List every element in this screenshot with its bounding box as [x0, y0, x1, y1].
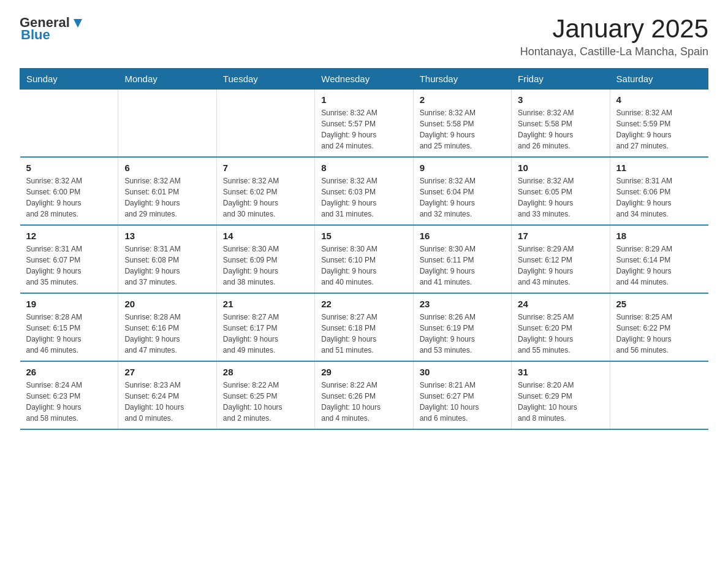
- calendar-cell: 9Sunrise: 8:32 AMSunset: 6:04 PMDaylight…: [413, 157, 511, 225]
- logo-triangle-icon: [71, 17, 85, 30]
- day-number: 28: [223, 367, 308, 377]
- day-number: 16: [420, 231, 505, 241]
- day-number: 6: [124, 163, 210, 173]
- calendar-cell: 6Sunrise: 8:32 AMSunset: 6:01 PMDaylight…: [118, 157, 216, 225]
- day-info: Sunrise: 8:32 AMSunset: 6:04 PMDaylight:…: [420, 175, 505, 220]
- calendar-week-row: 26Sunrise: 8:24 AMSunset: 6:23 PMDayligh…: [20, 361, 708, 429]
- page-header: General Blue January 2025 Hontanaya, Cas…: [20, 15, 708, 58]
- calendar-cell: 8Sunrise: 8:32 AMSunset: 6:03 PMDaylight…: [315, 157, 413, 225]
- day-info: Sunrise: 8:20 AMSunset: 6:29 PMDaylight:…: [518, 380, 603, 424]
- day-number: 4: [616, 94, 702, 105]
- day-info: Sunrise: 8:27 AMSunset: 6:17 PMDaylight:…: [223, 312, 308, 356]
- calendar-cell: 12Sunrise: 8:31 AMSunset: 6:07 PMDayligh…: [20, 225, 118, 293]
- day-number: 12: [26, 231, 112, 241]
- calendar-cell: 24Sunrise: 8:25 AMSunset: 6:20 PMDayligh…: [512, 293, 610, 361]
- day-info: Sunrise: 8:27 AMSunset: 6:18 PMDaylight:…: [321, 312, 406, 356]
- day-info: Sunrise: 8:30 AMSunset: 6:11 PMDaylight:…: [420, 243, 505, 288]
- calendar-week-row: 5Sunrise: 8:32 AMSunset: 6:00 PMDaylight…: [20, 157, 708, 225]
- calendar-cell: 19Sunrise: 8:28 AMSunset: 6:15 PMDayligh…: [20, 293, 118, 361]
- day-info: Sunrise: 8:23 AMSunset: 6:24 PMDaylight:…: [124, 380, 210, 424]
- day-info: Sunrise: 8:32 AMSunset: 6:01 PMDaylight:…: [124, 175, 210, 220]
- day-info: Sunrise: 8:31 AMSunset: 6:08 PMDaylight:…: [124, 243, 210, 288]
- calendar-cell: 10Sunrise: 8:32 AMSunset: 6:05 PMDayligh…: [512, 157, 610, 225]
- month-title: January 2025: [520, 15, 708, 43]
- day-number: 18: [616, 231, 702, 241]
- calendar-cell: [610, 361, 708, 429]
- day-number: 25: [616, 299, 702, 309]
- day-info: Sunrise: 8:29 AMSunset: 6:14 PMDaylight:…: [616, 243, 702, 288]
- weekday-header-thursday: Thursday: [413, 69, 511, 90]
- day-info: Sunrise: 8:32 AMSunset: 5:58 PMDaylight:…: [420, 107, 505, 151]
- calendar-cell: 17Sunrise: 8:29 AMSunset: 6:12 PMDayligh…: [512, 225, 610, 293]
- day-number: 10: [518, 163, 603, 173]
- day-number: 7: [223, 163, 308, 173]
- calendar-cell: 20Sunrise: 8:28 AMSunset: 6:16 PMDayligh…: [118, 293, 216, 361]
- day-number: 15: [321, 231, 406, 241]
- day-number: 17: [518, 231, 603, 241]
- day-info: Sunrise: 8:28 AMSunset: 6:15 PMDaylight:…: [26, 312, 112, 356]
- day-number: 27: [124, 367, 210, 377]
- calendar-cell: [20, 90, 118, 158]
- day-info: Sunrise: 8:30 AMSunset: 6:09 PMDaylight:…: [223, 243, 308, 288]
- weekday-header-friday: Friday: [512, 69, 610, 90]
- calendar-cell: 3Sunrise: 8:32 AMSunset: 5:58 PMDaylight…: [512, 90, 610, 158]
- day-number: 2: [420, 94, 505, 105]
- day-number: 19: [26, 299, 112, 309]
- calendar-table: SundayMondayTuesdayWednesdayThursdayFrid…: [20, 68, 708, 430]
- day-info: Sunrise: 8:29 AMSunset: 6:12 PMDaylight:…: [518, 243, 603, 288]
- calendar-cell: 2Sunrise: 8:32 AMSunset: 5:58 PMDaylight…: [413, 90, 511, 158]
- calendar-cell: 31Sunrise: 8:20 AMSunset: 6:29 PMDayligh…: [512, 361, 610, 429]
- weekday-header-tuesday: Tuesday: [216, 69, 314, 90]
- calendar-cell: 11Sunrise: 8:31 AMSunset: 6:06 PMDayligh…: [610, 157, 708, 225]
- day-number: 30: [420, 367, 505, 377]
- calendar-cell: 5Sunrise: 8:32 AMSunset: 6:00 PMDaylight…: [20, 157, 118, 225]
- day-info: Sunrise: 8:22 AMSunset: 6:26 PMDaylight:…: [321, 380, 406, 424]
- calendar-cell: 7Sunrise: 8:32 AMSunset: 6:02 PMDaylight…: [216, 157, 314, 225]
- calendar-cell: [216, 90, 314, 158]
- calendar-cell: 16Sunrise: 8:30 AMSunset: 6:11 PMDayligh…: [413, 225, 511, 293]
- day-info: Sunrise: 8:31 AMSunset: 6:06 PMDaylight:…: [616, 175, 702, 220]
- calendar-cell: 4Sunrise: 8:32 AMSunset: 5:59 PMDaylight…: [610, 90, 708, 158]
- calendar-cell: 15Sunrise: 8:30 AMSunset: 6:10 PMDayligh…: [315, 225, 413, 293]
- day-number: 23: [420, 299, 505, 309]
- weekday-header-sunday: Sunday: [20, 69, 118, 90]
- day-info: Sunrise: 8:32 AMSunset: 5:57 PMDaylight:…: [321, 107, 406, 151]
- calendar-cell: 18Sunrise: 8:29 AMSunset: 6:14 PMDayligh…: [610, 225, 708, 293]
- calendar-cell: 21Sunrise: 8:27 AMSunset: 6:17 PMDayligh…: [216, 293, 314, 361]
- day-number: 9: [420, 163, 505, 173]
- day-number: 1: [321, 94, 406, 105]
- day-number: 31: [518, 367, 603, 377]
- day-number: 22: [321, 299, 406, 309]
- calendar-cell: 26Sunrise: 8:24 AMSunset: 6:23 PMDayligh…: [20, 361, 118, 429]
- weekday-header-wednesday: Wednesday: [315, 69, 413, 90]
- day-number: 14: [223, 231, 308, 241]
- calendar-header-row: SundayMondayTuesdayWednesdayThursdayFrid…: [20, 69, 708, 90]
- day-info: Sunrise: 8:32 AMSunset: 6:03 PMDaylight:…: [321, 175, 406, 220]
- day-number: 13: [124, 231, 210, 241]
- calendar-cell: 29Sunrise: 8:22 AMSunset: 6:26 PMDayligh…: [315, 361, 413, 429]
- day-number: 3: [518, 94, 603, 105]
- day-info: Sunrise: 8:25 AMSunset: 6:22 PMDaylight:…: [616, 312, 702, 356]
- calendar-cell: 23Sunrise: 8:26 AMSunset: 6:19 PMDayligh…: [413, 293, 511, 361]
- day-info: Sunrise: 8:31 AMSunset: 6:07 PMDaylight:…: [26, 243, 112, 288]
- svg-marker-0: [74, 19, 82, 28]
- day-info: Sunrise: 8:22 AMSunset: 6:25 PMDaylight:…: [223, 380, 308, 424]
- day-number: 26: [26, 367, 112, 377]
- day-info: Sunrise: 8:25 AMSunset: 6:20 PMDaylight:…: [518, 312, 603, 356]
- calendar-week-row: 12Sunrise: 8:31 AMSunset: 6:07 PMDayligh…: [20, 225, 708, 293]
- calendar-week-row: 1Sunrise: 8:32 AMSunset: 5:57 PMDaylight…: [20, 90, 708, 158]
- day-number: 11: [616, 163, 702, 173]
- calendar-cell: 1Sunrise: 8:32 AMSunset: 5:57 PMDaylight…: [315, 90, 413, 158]
- day-info: Sunrise: 8:28 AMSunset: 6:16 PMDaylight:…: [124, 312, 210, 356]
- day-number: 8: [321, 163, 406, 173]
- day-info: Sunrise: 8:32 AMSunset: 6:02 PMDaylight:…: [223, 175, 308, 220]
- day-info: Sunrise: 8:32 AMSunset: 6:00 PMDaylight:…: [26, 175, 112, 220]
- calendar-week-row: 19Sunrise: 8:28 AMSunset: 6:15 PMDayligh…: [20, 293, 708, 361]
- calendar-cell: 13Sunrise: 8:31 AMSunset: 6:08 PMDayligh…: [118, 225, 216, 293]
- day-number: 20: [124, 299, 210, 309]
- day-number: 29: [321, 367, 406, 377]
- weekday-header-saturday: Saturday: [610, 69, 708, 90]
- calendar-cell: [118, 90, 216, 158]
- day-info: Sunrise: 8:26 AMSunset: 6:19 PMDaylight:…: [420, 312, 505, 356]
- day-info: Sunrise: 8:32 AMSunset: 5:59 PMDaylight:…: [616, 107, 702, 151]
